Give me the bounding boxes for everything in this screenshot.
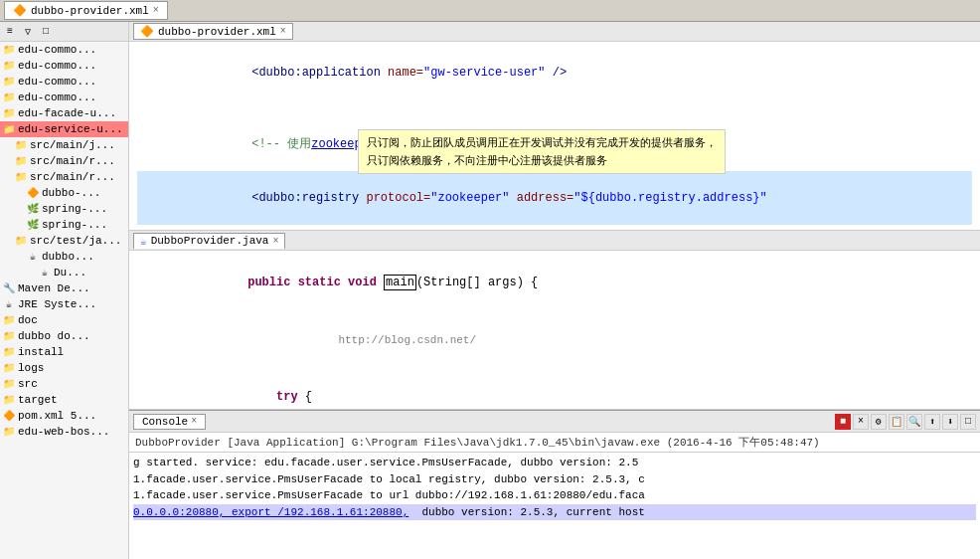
console-btn-8[interactable]: □ xyxy=(960,414,976,430)
tree-item-icon: 🌿 xyxy=(26,218,40,232)
tree-item-icon: 📁 xyxy=(14,154,28,168)
xml-line-2 xyxy=(137,99,972,117)
right-panel: 🔶 dubbo-provider.xml × <dubbo:applicatio… xyxy=(129,22,980,559)
console-btn-6[interactable]: ⬆ xyxy=(924,414,940,430)
tree-item-label: JRE Syste... xyxy=(18,298,96,310)
xml-file-icon: 🔶 xyxy=(13,4,27,17)
xml-tab-label: dubbo-provider.xml xyxy=(31,5,149,17)
xml-editor-tab[interactable]: 🔶 dubbo-provider.xml × xyxy=(133,23,293,40)
tree-item[interactable]: 📁logs xyxy=(0,360,128,376)
console-btn-5[interactable]: 🔍 xyxy=(906,414,922,430)
tree-item-label: src/main/j... xyxy=(30,139,115,151)
tree-item-icon: 📁 xyxy=(2,361,16,375)
tree-item[interactable]: 📁edu-commo... xyxy=(0,90,128,105)
tree-item-icon: 📁 xyxy=(2,329,16,343)
tree-item[interactable]: 📁edu-web-bos... xyxy=(0,424,128,440)
tree-item[interactable]: ☕Du... xyxy=(0,265,128,280)
console-area: Console × ■ × ⚙ 📋 🔍 ⬆ ⬇ □ DubboProvider xyxy=(129,410,980,559)
tree-item-label: logs xyxy=(18,362,44,374)
xml-line-1: <dubbo:application name="gw-service-user… xyxy=(137,46,972,99)
java-content-area: public static void main(String[] args) {… xyxy=(129,251,980,410)
tree-item-label: edu-commo... xyxy=(18,92,96,103)
console-line-2: 1.facade.user.service.PmsUserFacade to l… xyxy=(133,471,976,488)
xml-content-area: <dubbo:application name="gw-service-user… xyxy=(129,42,980,231)
java-tab-name: DubboProvider.java xyxy=(151,235,269,247)
tree-item-icon: 🌿 xyxy=(26,202,40,216)
tree-item[interactable]: 📁target xyxy=(0,392,128,408)
tree-item[interactable]: 📁edu-commo... xyxy=(0,42,128,58)
tree-item[interactable]: 📁doc xyxy=(0,312,128,328)
tree-item-label: edu-facade-u... xyxy=(18,107,116,119)
tree-item[interactable]: 📁install xyxy=(0,344,128,360)
tree-item[interactable]: 📁src xyxy=(0,376,128,392)
tree-item-label: target xyxy=(18,394,58,406)
tree-item[interactable]: 🔶dubbo-... xyxy=(0,185,128,201)
console-btn-3[interactable]: ⚙ xyxy=(871,414,887,430)
tree-item-icon: 📁 xyxy=(2,313,16,327)
tree-item-label: edu-service-u... xyxy=(18,123,123,135)
console-btn-4[interactable]: 📋 xyxy=(889,414,904,430)
tree-toolbar-btn-2[interactable]: ▽ xyxy=(20,24,36,40)
console-tab[interactable]: Console × xyxy=(133,414,206,430)
tree-item[interactable]: ☕JRE Syste... xyxy=(0,296,128,312)
tree-item-label: src/test/ja... xyxy=(30,235,121,247)
console-stop-btn[interactable]: ■ xyxy=(835,414,851,430)
xml-title-tab[interactable]: 🔶 dubbo-provider.xml × xyxy=(4,1,168,20)
tree-item-icon: 📁 xyxy=(2,91,16,104)
xml-tab-name: dubbo-provider.xml xyxy=(158,26,276,38)
annotation-box: 只订阅，防止团队成员调用正在开发调试并没有完成开发的提供者服务，只订阅依赖服务，… xyxy=(358,129,726,174)
tree-item-icon: ☕ xyxy=(2,297,16,311)
tree-item-label: src xyxy=(18,378,38,390)
tree-item[interactable]: 🔶pom.xml 5... xyxy=(0,408,128,424)
tree-item-label: install xyxy=(18,346,64,358)
tree-item[interactable]: 🌿spring-... xyxy=(0,217,128,233)
title-bar: 🔶 dubbo-provider.xml × xyxy=(0,0,980,22)
tree-toolbar-btn-3[interactable]: □ xyxy=(38,24,54,40)
console-line-3: 1.facade.user.service.PmsUserFacade to u… xyxy=(133,487,976,504)
tree-items-container: 📁edu-commo...📁edu-commo...📁edu-commo...📁… xyxy=(0,42,128,440)
tree-item-icon: 📁 xyxy=(2,43,16,57)
tree-item[interactable]: ☕dubbo... xyxy=(0,249,128,265)
tree-item[interactable]: 📁edu-commo... xyxy=(0,74,128,90)
tree-item-label: spring-... xyxy=(42,219,107,231)
tree-item-icon: 📁 xyxy=(2,59,16,73)
tree-item-icon: 📁 xyxy=(2,106,16,120)
tree-item[interactable]: 📁edu-service-u... xyxy=(0,121,128,137)
tree-item[interactable]: 📁edu-commo... xyxy=(0,58,128,74)
file-tree: ≡ ▽ □ 📁edu-commo...📁edu-commo...📁edu-com… xyxy=(0,22,129,559)
tree-toolbar-btn-1[interactable]: ≡ xyxy=(2,24,18,40)
console-line-4: 0.0.0.0:20880, export /192.168.1.61:2088… xyxy=(133,504,976,521)
console-tab-label: Console xyxy=(142,416,188,428)
java-editor: ☕ DubboProvider.java × public static voi… xyxy=(129,231,980,410)
console-tab-close[interactable]: × xyxy=(191,416,197,427)
java-tab-close[interactable]: × xyxy=(272,236,278,247)
tree-item-icon: 📁 xyxy=(2,345,16,359)
tree-item-icon: 📁 xyxy=(14,138,28,152)
tree-item[interactable]: 📁src/test/ja... xyxy=(0,233,128,249)
tree-item-icon: 📁 xyxy=(2,393,16,407)
console-line-1: g started. service: edu.facade.user.serv… xyxy=(133,455,976,471)
tree-item[interactable]: 📁src/main/r... xyxy=(0,169,128,185)
console-btn-2[interactable]: × xyxy=(853,414,869,430)
tree-item[interactable]: 🔧Maven De... xyxy=(0,280,128,296)
tree-item[interactable]: 📁edu-facade-u... xyxy=(0,105,128,121)
xml-tab-close-btn[interactable]: × xyxy=(280,26,286,37)
tree-item[interactable]: 📁dubbo do... xyxy=(0,328,128,344)
console-btn-7[interactable]: ⬇ xyxy=(942,414,958,430)
tree-item[interactable]: 📁src/main/j... xyxy=(0,137,128,153)
annotation-text: 只订阅，防止团队成员调用正在开发调试并没有完成开发的提供者服务，只订阅依赖服务，… xyxy=(367,136,717,166)
tree-item-label: Maven De... xyxy=(18,282,90,294)
ide-container: 🔶 dubbo-provider.xml × ≡ ▽ □ 📁edu-commo.… xyxy=(0,0,980,559)
tree-item-label: edu-web-bos... xyxy=(18,426,109,438)
tree-item-icon: 🔧 xyxy=(2,281,16,295)
console-toolbar: ■ × ⚙ 📋 🔍 ⬆ ⬇ □ xyxy=(835,414,976,430)
xml-editor: 🔶 dubbo-provider.xml × <dubbo:applicatio… xyxy=(129,22,980,231)
tree-item-icon: ☕ xyxy=(38,266,52,280)
console-title: DubboProvider [Java Application] G:\Prog… xyxy=(129,433,980,453)
xml-tab-close[interactable]: × xyxy=(153,5,159,16)
tree-item[interactable]: 🌿spring-... xyxy=(0,201,128,217)
tree-item[interactable]: 📁src/main/r... xyxy=(0,153,128,169)
java-editor-tab[interactable]: ☕ DubboProvider.java × xyxy=(133,233,285,249)
tree-item-label: src/main/r... xyxy=(30,171,115,183)
tree-item-label: src/main/r... xyxy=(30,155,115,167)
